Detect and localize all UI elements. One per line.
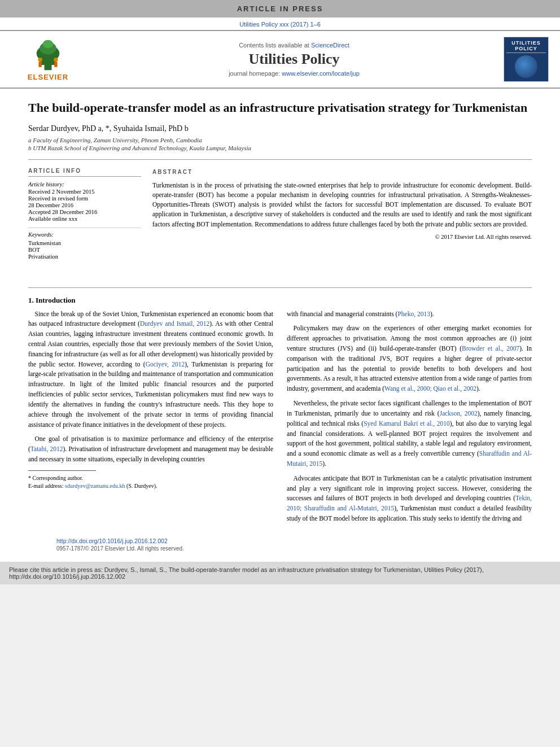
body-right-para-3: Nevertheless, the private sector faces s…	[287, 399, 532, 469]
journal-title: Utilities Policy	[90, 51, 498, 68]
revised-date: 28 December 2016	[28, 202, 141, 208]
homepage-prefix: journal homepage:	[229, 70, 280, 77]
footnote-divider	[28, 470, 96, 471]
abstract-text: Turkmenistan is in the process of privat…	[152, 181, 532, 229]
homepage-url[interactable]: www.elsevier.com/locate/jup	[282, 70, 360, 77]
ref-tatahi[interactable]: Tatahi, 2012	[30, 445, 63, 452]
received-date: Received 2 November 2015	[28, 189, 141, 195]
accepted-date: Accepted 28 December 2016	[28, 209, 141, 215]
email-address[interactable]: sdurdyev@zamanu.edu.kh	[65, 483, 125, 489]
utilities-policy-logo: UTILITIES POLICY	[504, 37, 549, 82]
history-label: Article history:	[28, 181, 141, 187]
email-label: E-mail address:	[28, 483, 63, 489]
body-section: 1. Introduction Since the break up of th…	[0, 287, 560, 556]
bottom-notice-text: Please cite this article in press as: Du…	[9, 566, 484, 580]
authors-text: Serdar Durdyev, PhD a, *, Syuhaida Ismai…	[28, 124, 189, 133]
keywords-label: Keywords:	[28, 231, 141, 238]
page: ARTICLE IN PRESS Utilities Policy xxx (2…	[0, 0, 560, 584]
doi-section: http://dx.doi.org/10.1016/j.jup.2016.12.…	[28, 536, 532, 556]
ref-durdyev-ismail[interactable]: Durdyev and Ismail, 2012	[140, 320, 209, 327]
elsevier-text: ELSEVIER	[28, 73, 68, 81]
article-in-press-banner: ARTICLE IN PRESS	[0, 0, 560, 18]
bottom-notice-bar: Please cite this article in press as: Du…	[0, 562, 560, 584]
doi-url[interactable]: http://dx.doi.org/10.1016/j.jup.2016.12.…	[56, 538, 168, 544]
abstract-panel: ABSTRACT Turkmenistan is in the process …	[152, 168, 532, 260]
article-info-title: ARTICLE INFO	[28, 168, 141, 177]
article-title: The build-operate-transfer model as an i…	[28, 100, 532, 116]
ref-wang[interactable]: Wang et al., 2000; Qiao et al., 2002	[384, 385, 476, 392]
keyword-3: Privatisation	[28, 254, 141, 260]
footnote-star-text: * Corresponding author.	[28, 475, 83, 481]
ref-tekin[interactable]: Tekin, 2010; Sharaffudin and Al-Mutairi,…	[287, 495, 532, 512]
contents-text: Contents lists available at	[239, 42, 309, 49]
footnote-corresponding: * Corresponding author.	[28, 474, 273, 482]
doi-line: http://dx.doi.org/10.1016/j.jup.2016.12.…	[28, 536, 532, 545]
available-online: Available online xxx	[28, 216, 141, 222]
keyword-1: Turkmenistan	[28, 240, 141, 246]
section1-heading: 1. Introduction	[28, 296, 532, 305]
svg-point-4	[43, 40, 53, 48]
journal-reference: Utilities Policy xxx (2017) 1–6	[0, 18, 560, 30]
ref-jackson[interactable]: Jackson, 2002	[440, 410, 478, 417]
journal-homepage: journal homepage: www.elsevier.com/locat…	[90, 70, 498, 77]
svg-point-7	[38, 58, 42, 62]
email-person-name: (S. Durdyev).	[126, 483, 158, 489]
body-left-col: Since the break up of the Soviet Union, …	[28, 309, 273, 528]
issn-text: 0957-1787/© 2017 Elsevier Ltd. All right…	[28, 545, 532, 556]
ref-gociyev[interactable]: Gociyev, 2012	[146, 361, 185, 368]
word-and: and	[512, 515, 522, 522]
elsevier-logo: ELSEVIER	[11, 38, 85, 81]
article-info-panel: ARTICLE INFO Article history: Received 2…	[28, 168, 141, 260]
sciencedirect-link[interactable]: ScienceDirect	[311, 42, 349, 49]
affiliation-a: a Faculty of Engineering, Zaman Universi…	[28, 137, 532, 143]
authors-line: Serdar Durdyev, PhD a, *, Syuhaida Ismai…	[28, 124, 532, 133]
body-right-para-2: Policymakers may draw on the experiences…	[287, 324, 532, 394]
up-logo-title: UTILITIES POLICY	[506, 40, 546, 53]
divider-after-authors	[28, 159, 532, 160]
footnote-email: E-mail address: sdurdyev@zamanu.edu.kh (…	[28, 482, 273, 490]
banner-text: ARTICLE IN PRESS	[237, 5, 323, 13]
journal-header: ELSEVIER Contents lists available at Sci…	[0, 30, 560, 89]
article-content: The build-operate-transfer model as an i…	[0, 89, 560, 279]
body-right-para-4: Advocates anticipate that BOT in Turkmen…	[287, 474, 532, 524]
journal-info-center: Contents lists available at ScienceDirec…	[90, 42, 498, 77]
contents-line: Contents lists available at ScienceDirec…	[90, 42, 498, 49]
info-abstract-columns: ARTICLE INFO Article history: Received 2…	[28, 168, 532, 260]
body-divider	[28, 287, 532, 288]
svg-rect-6	[54, 62, 58, 67]
keywords-section: Keywords: Turkmenistan BOT Privatisation	[28, 228, 141, 260]
ref-pheko[interactable]: Pheko, 2013	[397, 311, 430, 317]
ref-syed[interactable]: Syed Kamarul Bakri et al., 2010	[364, 420, 450, 427]
body-para-2: One goal of privatisation is to maximize…	[28, 434, 273, 464]
keyword-2: BOT	[28, 247, 141, 253]
body-right-col: with financial and managerial constraint…	[287, 309, 532, 528]
body-columns: Since the break up of the Soviet Union, …	[28, 309, 532, 528]
ref-browder[interactable]: Browder et al., 2007	[462, 345, 519, 352]
svg-rect-8	[38, 62, 42, 67]
received-revised-label: Received in revised form	[28, 195, 141, 202]
body-para-1: Since the break up of the Soviet Union, …	[28, 309, 273, 430]
ref-sharaffudin[interactable]: Sharaffudin and Al-Mutairi, 2015	[287, 450, 532, 467]
abstract-title: ABSTRACT	[152, 168, 532, 176]
copyright-text: © 2017 Elsevier Ltd. All rights reserved…	[152, 233, 532, 242]
globe-icon	[515, 55, 537, 78]
elsevier-tree-icon	[23, 38, 73, 72]
body-right-para-1: with financial and managerial constraint…	[287, 309, 532, 320]
journal-ref-text: Utilities Policy xxx (2017) 1–6	[239, 21, 321, 28]
affiliation-b: b UTM Razak School of Engineering and Ad…	[28, 145, 532, 151]
svg-point-5	[54, 58, 58, 62]
